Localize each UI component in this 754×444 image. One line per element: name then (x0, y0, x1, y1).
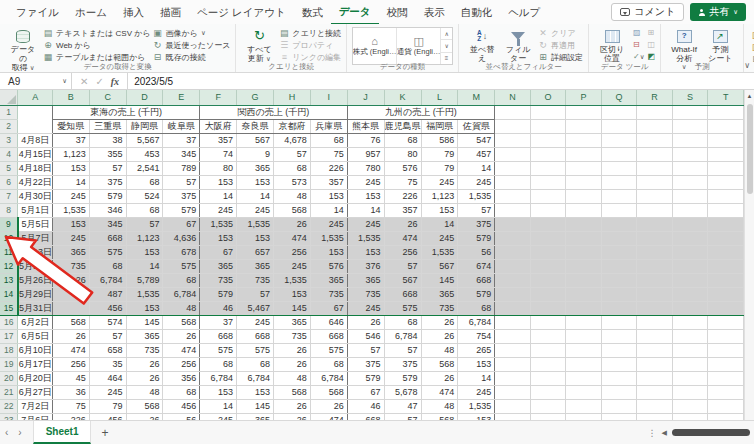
cell[interactable] (566, 217, 602, 231)
cell[interactable]: 80 (200, 161, 237, 175)
row-header-4[interactable]: 4 (0, 147, 18, 161)
column-header-G[interactable]: G (237, 90, 274, 105)
cell[interactable] (637, 161, 673, 175)
row-header-21[interactable]: 21 (0, 385, 18, 399)
cell[interactable] (601, 161, 637, 175)
row-header-8[interactable]: 8 (0, 203, 18, 217)
cell[interactable] (708, 245, 744, 259)
cell[interactable] (530, 133, 566, 147)
cell[interactable]: 68 (163, 273, 200, 287)
column-header-F[interactable]: F (200, 90, 237, 105)
cell[interactable]: 68 (163, 385, 200, 399)
cell[interactable]: 365 (200, 259, 237, 273)
cell[interactable] (530, 357, 566, 371)
cell[interactable] (672, 371, 708, 385)
cell[interactable] (637, 189, 673, 203)
cell[interactable] (637, 287, 673, 301)
cell[interactable] (566, 105, 602, 119)
tab-review[interactable]: 校閲 (379, 1, 416, 24)
column-header-M[interactable]: M (458, 90, 495, 105)
cell[interactable] (601, 287, 637, 301)
cell[interactable] (672, 245, 708, 259)
cell[interactable]: 1,535 (273, 273, 310, 287)
cell[interactable] (530, 105, 566, 119)
cell[interactable]: 14 (310, 203, 347, 217)
share-button[interactable]: 共有 ∨ (690, 3, 746, 21)
cell[interactable] (566, 371, 602, 385)
prefecture-header-cell[interactable]: 佐賀県 (458, 119, 495, 133)
cell[interactable] (672, 273, 708, 287)
cell[interactable]: 68 (310, 133, 347, 147)
cell[interactable]: 524 (126, 189, 163, 203)
cell[interactable]: 47 (384, 399, 421, 413)
cell[interactable] (637, 245, 673, 259)
cell[interactable]: 957 (347, 147, 384, 161)
cell[interactable]: 48 (126, 385, 163, 399)
row-header-10[interactable]: 10 (0, 231, 18, 245)
cell[interactable]: 357 (384, 203, 421, 217)
tab-formulas[interactable]: 数式 (294, 1, 331, 24)
date-cell-A4[interactable]: 4月15日 (18, 147, 53, 161)
cell[interactable]: 153 (421, 203, 458, 217)
cell[interactable] (566, 189, 602, 203)
cell[interactable]: 68 (89, 259, 126, 273)
cell[interactable]: 26 (126, 357, 163, 371)
sheet-tab-sheet1[interactable]: Sheet1 (33, 421, 92, 444)
cell[interactable]: 67 (310, 301, 347, 315)
cell[interactable]: 579 (384, 371, 421, 385)
cell[interactable]: 5,789 (126, 273, 163, 287)
cell[interactable] (566, 259, 602, 273)
cell[interactable]: 68 (237, 357, 274, 371)
cell[interactable]: 14 (126, 259, 163, 273)
cell[interactable]: 365 (126, 329, 163, 343)
cell[interactable] (495, 357, 531, 371)
cell[interactable]: 487 (89, 287, 126, 301)
cell[interactable]: 245 (347, 301, 384, 315)
cell-A1[interactable] (18, 105, 53, 133)
cell[interactable] (530, 147, 566, 161)
cell[interactable]: 26 (273, 357, 310, 371)
prefecture-header-cell[interactable]: 京都府 (273, 119, 310, 133)
cell[interactable] (566, 413, 602, 420)
cell[interactable]: 67 (200, 245, 237, 259)
horizontal-scrollbar-thumb[interactable] (672, 429, 750, 436)
cell[interactable]: 37 (52, 133, 89, 147)
cell[interactable] (530, 217, 566, 231)
date-cell-A9[interactable]: 5月5日 (18, 217, 53, 231)
cell[interactable] (672, 287, 708, 301)
cell[interactable]: 658 (89, 343, 126, 357)
cell[interactable]: 573 (273, 175, 310, 189)
cell[interactable]: 35 (89, 357, 126, 371)
cell[interactable]: 568 (52, 315, 89, 329)
cell[interactable] (708, 287, 744, 301)
refresh-all-button[interactable]: ↻ すべて 更新 ∨ (241, 27, 277, 64)
cell[interactable]: 26 (52, 273, 89, 287)
tab-insert[interactable]: 挿入 (115, 1, 152, 24)
cell[interactable]: 245 (347, 217, 384, 231)
cell[interactable]: 80 (384, 147, 421, 161)
from-web-button[interactable]: ⊕Web から (43, 39, 151, 51)
cell[interactable] (601, 175, 637, 189)
cell[interactable] (566, 329, 602, 343)
cell[interactable]: 735 (52, 259, 89, 273)
cell[interactable]: 4,678 (273, 133, 310, 147)
cell[interactable]: 57 (347, 343, 384, 357)
cell[interactable] (566, 231, 602, 245)
cell[interactable]: 26 (384, 217, 421, 231)
cell[interactable]: 26 (347, 315, 384, 329)
cell[interactable]: 153 (310, 189, 347, 203)
cell[interactable]: 37 (200, 315, 237, 329)
cell[interactable]: 6,784 (237, 371, 274, 385)
cell[interactable]: 546 (347, 329, 384, 343)
cell[interactable] (708, 217, 744, 231)
cell[interactable] (601, 245, 637, 259)
cell[interactable]: 567 (384, 273, 421, 287)
cell[interactable]: 456 (89, 413, 126, 420)
date-cell-A13[interactable]: 5月26日 (18, 273, 53, 287)
cell[interactable] (530, 161, 566, 175)
cell[interactable] (708, 329, 744, 343)
cell[interactable]: 14 (458, 371, 495, 385)
cell[interactable]: 153 (237, 175, 274, 189)
cell[interactable]: 646 (310, 315, 347, 329)
row-header-20[interactable]: 20 (0, 371, 18, 385)
